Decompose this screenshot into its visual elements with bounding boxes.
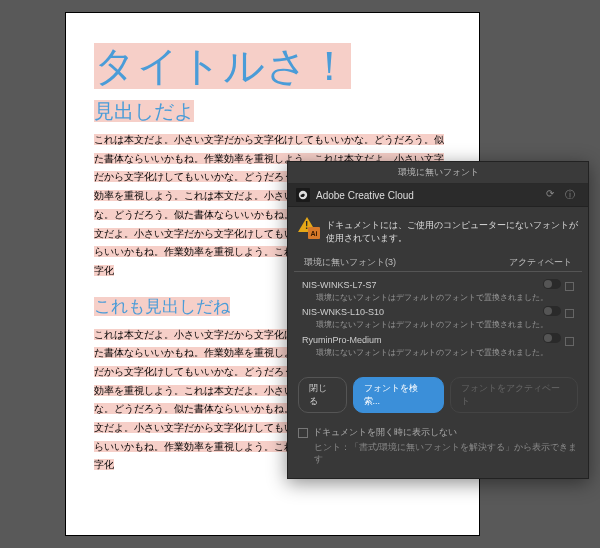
missing-fonts-dialog: 環境に無いフォント Adobe Creative Cloud ⟳ ⓘ ! Ai … xyxy=(287,161,589,479)
list-header-activate: アクティベート xyxy=(509,256,572,269)
dont-show-checkbox[interactable] xyxy=(298,428,308,438)
doc-heading2: これも見出しだね xyxy=(94,297,230,316)
dialog-message: ドキュメントには、ご使用のコンピューターにないフォントが使用されています。 xyxy=(326,217,578,244)
warning-icon: ! Ai xyxy=(298,217,318,237)
font-checkbox[interactable] xyxy=(565,309,574,318)
sync-icon[interactable]: ⟳ xyxy=(540,188,560,202)
doc-heading1: 見出しだよ xyxy=(94,100,194,122)
font-item: NIS-WNKS-L10-S10 環境にないフォントはデフォルトのフォントで置換… xyxy=(302,306,574,330)
font-name: NIS-WINKS-L7-S7 xyxy=(302,280,377,290)
font-status: 環境にないフォントはデフォルトのフォントで置換されました。 xyxy=(302,347,574,358)
font-status: 環境にないフォントはデフォルトのフォントで置換されました。 xyxy=(302,292,574,303)
info-icon[interactable]: ⓘ xyxy=(560,188,580,202)
activate-toggle[interactable] xyxy=(543,333,561,343)
creative-cloud-icon xyxy=(296,188,310,202)
font-item: RyuminPro-Medium 環境にないフォントはデフォルトのフォントで置換… xyxy=(302,333,574,357)
font-checkbox[interactable] xyxy=(565,337,574,346)
dialog-window-title: 環境に無いフォント xyxy=(288,162,588,184)
search-fonts-button[interactable]: フォントを検索... xyxy=(353,377,444,413)
dialog-hint: ヒント：「書式/環境に無いフォントを解決する」から表示できます xyxy=(314,442,578,466)
activate-toggle[interactable] xyxy=(543,279,561,289)
activate-fonts-button: フォントをアクティベート xyxy=(450,377,578,413)
font-name: RyuminPro-Medium xyxy=(302,335,382,345)
doc-title: タイトルさ！ xyxy=(94,43,351,89)
ai-badge-icon: Ai xyxy=(308,227,320,239)
font-checkbox[interactable] xyxy=(565,282,574,291)
dialog-app-bar: Adobe Creative Cloud ⟳ ⓘ xyxy=(288,184,588,207)
font-name: NIS-WNKS-L10-S10 xyxy=(302,307,384,317)
font-list: NIS-WINKS-L7-S7 環境にないフォントはデフォルトのフォントで置換さ… xyxy=(292,272,584,366)
activate-toggle[interactable] xyxy=(543,306,561,316)
close-button[interactable]: 閉じる xyxy=(298,377,347,413)
font-item: NIS-WINKS-L7-S7 環境にないフォントはデフォルトのフォントで置換さ… xyxy=(302,279,574,303)
dialog-app-name: Adobe Creative Cloud xyxy=(316,190,540,201)
font-status: 環境にないフォントはデフォルトのフォントで置換されました。 xyxy=(302,319,574,330)
dont-show-label: ドキュメントを開く時に表示しない xyxy=(313,427,457,439)
list-header-fonts: 環境に無いフォント(3) xyxy=(304,256,509,269)
